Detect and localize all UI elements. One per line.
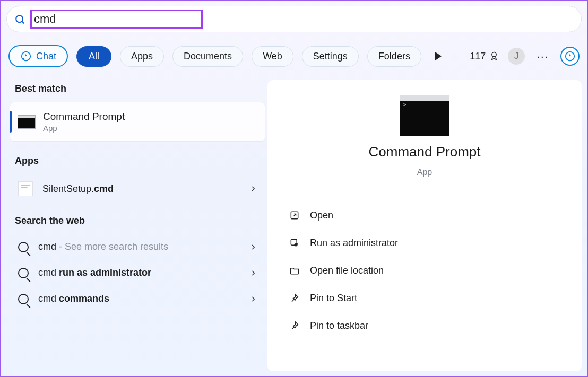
chevron-right-icon xyxy=(249,295,257,303)
chevron-right-icon xyxy=(249,243,257,251)
preview-title: Command Prompt xyxy=(369,144,481,160)
search-bar[interactable] xyxy=(6,6,582,32)
best-match-title: Command Prompt xyxy=(43,111,125,122)
best-match-subtitle: App xyxy=(43,124,125,133)
search-icon xyxy=(18,294,29,304)
more-filters-arrow-icon[interactable] xyxy=(435,52,442,60)
filter-tab-web[interactable]: Web xyxy=(252,46,293,67)
folder-icon xyxy=(289,265,300,276)
chevron-right-icon xyxy=(249,269,257,277)
filter-tab-apps[interactable]: Apps xyxy=(120,46,164,67)
open-icon xyxy=(289,209,300,221)
filter-tab-all[interactable]: All xyxy=(76,46,111,67)
preview-panel: Command Prompt App Open Run as administr… xyxy=(267,80,582,371)
app-result-silentsetup[interactable]: SilentSetup.cmd xyxy=(10,174,265,204)
pin-icon xyxy=(289,292,300,304)
search-icon xyxy=(14,14,25,24)
overflow-menu-icon[interactable]: ··· xyxy=(533,50,552,63)
chevron-right-icon xyxy=(249,185,257,192)
svg-point-0 xyxy=(16,15,23,22)
web-result-commands[interactable]: cmd commands xyxy=(10,286,265,312)
action-pin-to-taskbar[interactable]: Pin to taskbar xyxy=(286,313,564,338)
pin-icon xyxy=(289,320,300,331)
search-icon xyxy=(18,242,29,252)
action-run-as-admin[interactable]: Run as administrator xyxy=(286,231,564,255)
filter-tab-folders[interactable]: Folders xyxy=(367,46,421,67)
results-panel: Best match Command Prompt App Apps Silen… xyxy=(6,80,265,371)
preview-actions: Open Run as administrator Open file loca… xyxy=(286,203,564,338)
command-prompt-icon xyxy=(18,115,36,129)
chat-chip[interactable]: Chat xyxy=(8,45,68,67)
filter-bar: Chat All Apps Documents Web Settings Fol… xyxy=(6,45,582,67)
apps-heading: Apps xyxy=(15,155,260,166)
svg-point-2 xyxy=(22,52,31,61)
shield-admin-icon xyxy=(289,237,300,249)
action-open-file-location[interactable]: Open file location xyxy=(286,258,564,283)
web-result-run-as-admin[interactable]: cmd run as administrator xyxy=(10,260,265,286)
svg-line-1 xyxy=(22,21,24,23)
web-result-cmd[interactable]: cmd - See more search results xyxy=(10,234,265,260)
action-open[interactable]: Open xyxy=(286,203,564,227)
action-pin-to-start[interactable]: Pin to Start xyxy=(286,286,564,310)
search-query-highlight xyxy=(30,10,203,29)
best-match-result[interactable]: Command Prompt App xyxy=(10,102,265,142)
preview-app-icon xyxy=(400,95,449,136)
file-icon xyxy=(18,181,33,196)
search-icon xyxy=(18,268,29,278)
rewards-icon xyxy=(489,51,499,62)
svg-point-4 xyxy=(566,52,575,61)
best-match-heading: Best match xyxy=(15,83,260,94)
rewards-points[interactable]: 117 xyxy=(470,51,499,62)
chat-label: Chat xyxy=(36,51,56,62)
account-avatar[interactable]: J xyxy=(508,48,525,65)
filter-tab-settings[interactable]: Settings xyxy=(302,46,359,67)
preview-subtitle: App xyxy=(417,168,432,177)
filter-tab-documents[interactable]: Documents xyxy=(172,46,243,67)
svg-point-3 xyxy=(492,52,496,57)
web-heading: Search the web xyxy=(15,215,260,226)
bing-chat-icon[interactable] xyxy=(560,47,580,66)
search-input[interactable] xyxy=(34,12,180,26)
